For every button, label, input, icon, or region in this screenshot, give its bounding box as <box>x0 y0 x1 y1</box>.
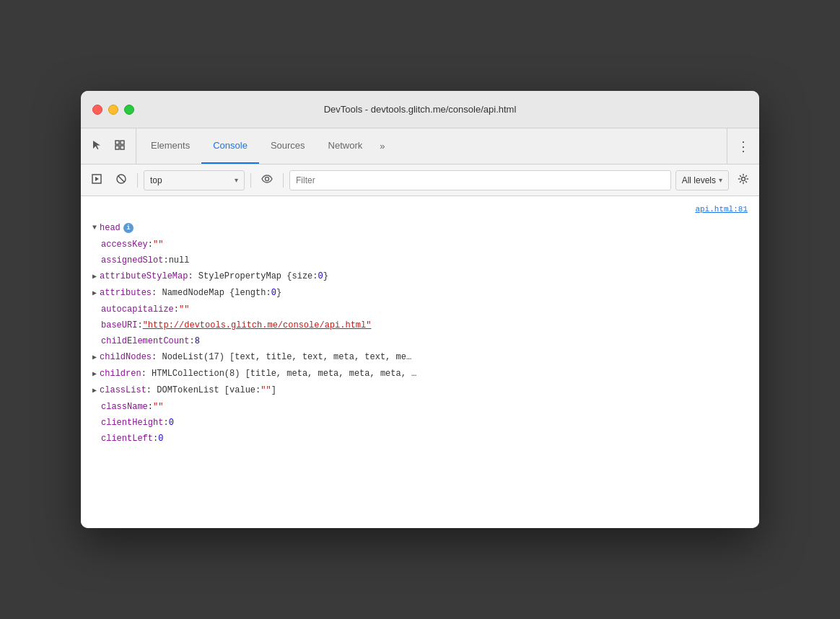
prop-row-autocapitalize: autocapitalize : "" <box>81 302 759 317</box>
info-badge[interactable]: i <box>123 223 134 233</box>
gear-icon <box>738 173 749 187</box>
prop-row-attributes: attributes : NamedNodeMap {length: 0 } <box>81 285 759 302</box>
eye-button[interactable] <box>257 170 277 190</box>
minimize-button[interactable] <box>108 105 118 115</box>
prop-row-accessKey: accessKey : "" <box>81 237 759 253</box>
expand-arrow[interactable] <box>92 367 97 382</box>
traffic-lights <box>92 105 134 115</box>
prop-key: assignedSlot <box>101 253 163 268</box>
tab-elements[interactable]: Elements <box>139 128 201 164</box>
expand-arrow[interactable] <box>92 286 97 301</box>
prop-separator: : NodeList(17) [text, title, text, meta,… <box>152 350 411 364</box>
toolbar-separator-3 <box>283 173 284 188</box>
prop-value: 0 <box>158 431 163 446</box>
prop-row-clientLeft: clientLeft : 0 <box>81 431 759 447</box>
expand-arrow[interactable] <box>92 351 97 365</box>
prop-key: accessKey <box>101 237 148 252</box>
cursor-icon <box>91 139 102 153</box>
prop-close: ] <box>271 383 276 398</box>
expand-arrow[interactable] <box>92 270 97 284</box>
prop-row-children: children : HTMLCollection(8) [title, met… <box>81 366 759 382</box>
prop-row-assignedSlot: assignedSlot : null <box>81 253 759 268</box>
prop-separator: : HTMLCollection(8) [title, meta, meta, … <box>141 366 417 381</box>
console-content: api.html:81 head i accessKey : "" assign… <box>81 196 759 528</box>
prop-close: } <box>276 286 281 300</box>
tab-console[interactable]: Console <box>201 128 259 164</box>
play-icon <box>91 173 102 187</box>
settings-button[interactable] <box>733 170 753 190</box>
prop-value: 0 <box>169 416 174 430</box>
prop-value: "" <box>153 400 163 414</box>
prop-row-clientHeight: clientHeight : 0 <box>81 415 759 431</box>
prop-value-link[interactable]: "http://devtools.glitch.me/console/api.h… <box>143 318 372 333</box>
cursor-icon-button[interactable] <box>87 136 107 157</box>
close-button[interactable] <box>92 105 102 115</box>
prop-row-childNodes: childNodes : NodeList(17) [text, title, … <box>81 349 759 366</box>
clear-button[interactable] <box>111 170 131 190</box>
execute-button[interactable] <box>87 170 107 190</box>
svg-rect-2 <box>115 146 119 149</box>
prop-row-childElementCount: childElementCount : 8 <box>81 333 759 349</box>
more-vert-icon: ⋮ <box>737 140 750 153</box>
filter-input[interactable] <box>289 170 671 190</box>
window-title: DevTools - devtools.glitch.me/console/ap… <box>324 104 517 115</box>
source-link[interactable]: api.html:81 <box>81 202 759 219</box>
prop-value: "" <box>179 302 189 317</box>
titlebar: DevTools - devtools.glitch.me/console/ap… <box>81 91 759 128</box>
eye-icon <box>261 173 273 187</box>
levels-dropdown-arrow: ▾ <box>719 176 722 184</box>
prop-value: 8 <box>195 334 200 348</box>
prop-value: null <box>169 253 190 268</box>
layers-icon-button[interactable] <box>110 136 130 157</box>
prop-value: "" <box>261 383 271 398</box>
prop-key: childNodes <box>100 350 152 364</box>
log-levels-selector[interactable]: All levels ▾ <box>675 170 729 190</box>
prop-row-className: className : "" <box>81 399 759 415</box>
svg-rect-0 <box>115 141 119 144</box>
prop-close: } <box>323 269 328 284</box>
prop-row-classList: classList : DOMTokenList [value: "" ] <box>81 382 759 399</box>
prop-key: clientHeight <box>101 416 163 430</box>
prop-separator: : NamedNodeMap {length: <box>152 286 271 300</box>
prop-value: "" <box>153 237 163 252</box>
prop-separator: : StylePropertyMap {size: <box>188 269 318 284</box>
prop-separator: : <box>189 334 194 348</box>
prop-row-attributeStyleMap: attributeStyleMap : StylePropertyMap {si… <box>81 268 759 285</box>
prop-key: classList <box>100 383 146 398</box>
prop-key: autocapitalize <box>101 302 174 317</box>
tab-network[interactable]: Network <box>317 128 375 164</box>
toolbar-separator-1 <box>137 173 138 188</box>
layers-icon <box>114 139 126 153</box>
prop-separator: : <box>174 302 179 317</box>
context-selector[interactable]: top ▾ <box>144 170 245 190</box>
maximize-button[interactable] <box>124 105 134 115</box>
tabbar-right-icons: ⋮ <box>727 128 753 164</box>
svg-point-8 <box>266 177 269 181</box>
prop-row-baseURI: baseURI : "http://devtools.glitch.me/con… <box>81 317 759 333</box>
tabbar-left-icons <box>87 128 136 164</box>
prop-value: 0 <box>271 286 276 300</box>
prop-key: className <box>101 400 148 414</box>
tab-sources[interactable]: Sources <box>259 128 317 164</box>
main-tabs: Elements Console Sources Network » <box>139 128 724 164</box>
block-icon <box>115 173 127 187</box>
head-label: head <box>100 221 121 235</box>
toolbar-separator-2 <box>250 173 251 188</box>
prop-value: 0 <box>318 269 323 284</box>
head-expand-arrow[interactable] <box>92 221 97 235</box>
expand-arrow[interactable] <box>92 384 97 398</box>
svg-line-7 <box>118 176 125 183</box>
prop-key: children <box>100 366 141 381</box>
more-options-button[interactable]: ⋮ <box>733 136 753 157</box>
tabbar: Elements Console Sources Network » ⋮ <box>81 128 759 164</box>
svg-rect-3 <box>121 146 124 149</box>
prop-separator: : <box>148 237 153 252</box>
svg-rect-1 <box>121 141 124 144</box>
svg-marker-5 <box>95 177 99 181</box>
console-toolbar: top ▾ All levels ▾ <box>81 164 759 196</box>
prop-separator: : <box>137 318 142 333</box>
prop-separator: : <box>153 431 158 446</box>
prop-key: baseURI <box>101 318 137 333</box>
prop-separator: : DOMTokenList [value: <box>146 383 261 398</box>
tab-more-button[interactable]: » <box>374 128 390 164</box>
